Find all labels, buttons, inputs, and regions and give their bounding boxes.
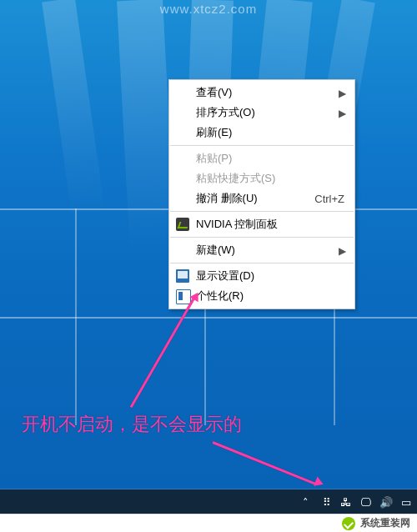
submenu-arrow-icon: ▶ bbox=[339, 108, 346, 119]
annotation-arrow bbox=[212, 441, 315, 485]
menu-item-undo-delete[interactable]: 撤消 删除(U) Ctrl+Z bbox=[169, 188, 354, 208]
menu-item-new[interactable]: 新建(W) ▶ bbox=[169, 240, 354, 260]
tray-chevron-up-icon[interactable]: ˄ bbox=[299, 496, 312, 509]
menu-separator bbox=[170, 237, 354, 238]
menu-item-view[interactable]: 查看(V) ▶ bbox=[169, 83, 354, 103]
watermark-bar: 系统重装网 bbox=[0, 514, 417, 532]
menu-label: NVIDIA 控制面板 bbox=[196, 217, 278, 232]
wallpaper-decor bbox=[42, 0, 105, 217]
nvidia-icon bbox=[176, 218, 189, 231]
display-icon bbox=[176, 269, 189, 283]
menu-label: 显示设置(D) bbox=[196, 269, 254, 284]
menu-label: 粘贴(P) bbox=[196, 151, 232, 166]
annotation-text: 开机不启动，是不会显示的 bbox=[22, 412, 242, 437]
menu-label: 粘贴快捷方式(S) bbox=[196, 171, 275, 186]
system-tray: ˄ ⠿ 🖧 🖵 🔊 ▭ bbox=[299, 489, 412, 514]
menu-item-paste: 粘贴(P) bbox=[169, 148, 354, 168]
annotation-arrow-head bbox=[314, 477, 325, 489]
menu-shortcut: Ctrl+Z bbox=[314, 193, 344, 205]
menu-item-paste-shortcut: 粘贴快捷方式(S) bbox=[169, 168, 354, 188]
menu-label: 查看(V) bbox=[196, 85, 232, 100]
menu-label: 排序方式(O) bbox=[196, 105, 255, 120]
menu-item-display-settings[interactable]: 显示设置(D) bbox=[169, 266, 354, 286]
watermark-text: 系统重装网 bbox=[360, 516, 410, 530]
menu-item-refresh[interactable]: 刷新(E) bbox=[169, 123, 354, 143]
menu-separator bbox=[170, 263, 354, 263]
menu-label: 撤消 删除(U) bbox=[196, 191, 258, 206]
taskbar[interactable]: ˄ ⠿ 🖧 🖵 🔊 ▭ bbox=[0, 489, 417, 514]
desktop[interactable]: www.xtcz2.com 查看(V) ▶ 排序方式(O) ▶ 刷新(E) 粘贴… bbox=[0, 0, 417, 532]
tray-network-icon[interactable]: 🖧 bbox=[339, 496, 352, 509]
tray-person-icon[interactable]: ⠿ bbox=[319, 496, 332, 509]
tray-action-center-icon[interactable]: ▭ bbox=[399, 496, 412, 509]
tray-volume-icon[interactable]: 🔊 bbox=[379, 496, 392, 509]
menu-label: 个性化(R) bbox=[196, 289, 244, 304]
tray-monitor-icon[interactable]: 🖵 bbox=[359, 496, 372, 509]
menu-separator bbox=[170, 145, 354, 146]
watermark-logo-icon bbox=[342, 517, 355, 530]
menu-item-sort[interactable]: 排序方式(O) ▶ bbox=[169, 103, 354, 123]
submenu-arrow-icon: ▶ bbox=[339, 88, 346, 99]
menu-item-nvidia-control-panel[interactable]: NVIDIA 控制面板 bbox=[169, 214, 354, 234]
wallpaper-decor bbox=[117, 0, 176, 251]
menu-separator bbox=[170, 211, 354, 212]
menu-label: 刷新(E) bbox=[196, 125, 232, 140]
submenu-arrow-icon: ▶ bbox=[339, 245, 346, 257]
menu-label: 新建(W) bbox=[196, 243, 235, 258]
desktop-context-menu: 查看(V) ▶ 排序方式(O) ▶ 刷新(E) 粘贴(P) 粘贴快捷方式(S) … bbox=[168, 79, 355, 309]
annotation-arrow bbox=[130, 297, 196, 408]
